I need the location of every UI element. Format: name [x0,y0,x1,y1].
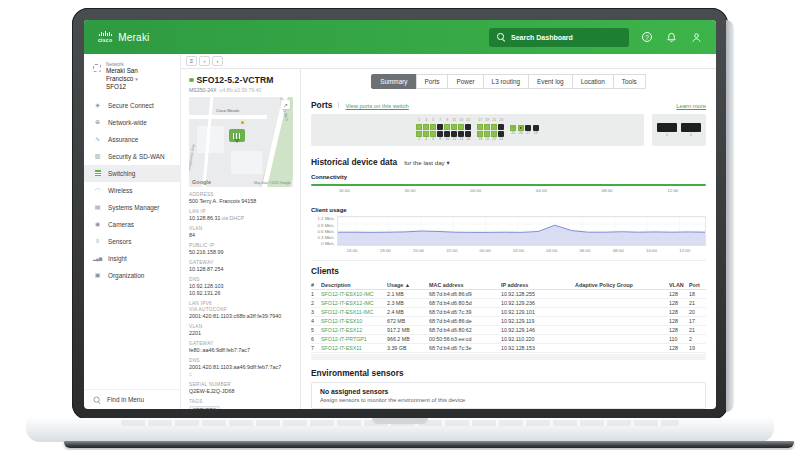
switch-port[interactable] [444,131,450,137]
clients-header-cell[interactable]: # [311,282,321,288]
switch-port[interactable] [477,124,483,130]
client-ip: 10.92.129.119 [501,318,575,324]
learn-more-link[interactable]: Learn more [676,103,706,109]
switch-port[interactable] [437,124,443,130]
sidebar-item-organization[interactable]: Organization [84,267,180,284]
tab-l3-routing[interactable]: L3 routing [483,74,529,89]
tab-ports[interactable]: Ports [416,74,449,89]
switch-port[interactable] [477,131,483,137]
client-link[interactable]: SFO12-IT-ESX11-IMC [321,309,387,315]
tab-power[interactable]: Power [447,74,483,89]
sidebar-item-cameras[interactable]: Cameras [84,216,180,233]
account-icon[interactable] [691,32,702,43]
find-in-menu[interactable]: Find in Menu [84,389,180,409]
help-icon[interactable] [642,32,652,42]
switch-port[interactable] [458,124,464,130]
sidebar-item-assurance[interactable]: Assurance [84,131,180,148]
switch-port[interactable] [484,131,490,137]
sidebar-item-switching[interactable]: Switching [84,165,180,182]
device-field-value: 2001:420:81:1103:aa46:9dff:feb7:7ac7 :: [189,364,281,377]
switch-port[interactable] [491,131,497,137]
sidebar-item-secure-connect[interactable]: Secure Connect [84,97,180,114]
sensor-icon [93,238,102,244]
switch-port[interactable] [484,124,490,130]
clients-header-cell[interactable]: Description [321,282,387,288]
psu-unit: 1 [657,123,677,137]
clients-header-cell[interactable]: VLAN [669,282,689,288]
switch-port[interactable] [465,131,471,137]
x-tick: 12:00 [679,248,690,253]
switch-port[interactable] [451,124,457,130]
client-usage: 966.2 MB [387,336,429,342]
sfp-port[interactable] [525,125,531,131]
client-link[interactable]: SFO12-IT-ESX11 [321,345,387,351]
sidebar-item-network-wide[interactable]: Network-wide [84,114,180,131]
client-link[interactable]: SFO12-IT-ESX12 [321,327,387,333]
switch-port[interactable] [451,131,457,137]
clients-header-cell[interactable]: Adaptive Policy Group [575,282,669,288]
prev-device-button[interactable]: ‹ [199,56,210,66]
sfp-port[interactable]: ↑ [510,125,516,131]
switch-port[interactable] [430,124,436,130]
network-selector[interactable]: Network Meraki San Francisco▾ SFO12 [84,59,180,97]
switch-port[interactable] [416,131,422,137]
cisco-logo[interactable]: cisco [98,31,112,43]
google-logo[interactable]: Google [192,179,211,185]
clients-header-cell[interactable]: Port [689,282,707,288]
sidebar-item-security-sd-wan[interactable]: Security & SD-WAN [84,148,180,165]
map-attribution: Map data ©2025 Google [254,181,291,185]
switch-port[interactable] [423,124,429,130]
switch-port[interactable] [458,131,464,137]
next-device-button[interactable]: › [212,56,223,66]
client-mac: 68:7d:b4:d6:7c:39 [429,309,501,315]
clients-header-cell[interactable]: Usage ▲ [387,282,429,288]
view-ports-link[interactable]: View ports on this switch [345,103,408,109]
switch-port[interactable] [444,124,450,130]
device-tabs: Summary Ports Power L3 routing Event log… [311,74,706,89]
clients-header-cell[interactable]: MAC address [429,282,501,288]
client-usage: 2.1 MB [387,291,429,297]
search-input[interactable]: Search Dashboard [489,28,629,47]
client-link[interactable]: SFO12-IT-ESX12-IMC [321,300,387,306]
sidebar-item-wireless[interactable]: Wireless [84,182,180,199]
device-list-button[interactable]: ≡ [186,56,197,66]
tab-summary[interactable]: Summary [371,74,416,89]
client-link[interactable]: SFO12-IT-ESX10-IMC [321,291,387,297]
sfp-port[interactable]: ● [518,125,524,131]
tab-location[interactable]: Location [572,74,614,89]
device-map[interactable]: Cisco Meraki Terry A Francois Blvd Bridg… [189,97,293,187]
client-mac: 00:50:56:b3:ee:cd [429,336,501,342]
client-num: 1 [311,291,321,297]
sidebar-item-systems-manager[interactable]: Systems Manager [84,199,180,216]
client-link[interactable]: SFO12-IT-PRTGP1 [321,336,387,342]
switch-port[interactable] [430,131,436,137]
device-location-marker[interactable] [229,129,245,142]
switch-port[interactable] [491,124,497,130]
client-link[interactable]: SFO12-IT-ESX10 [321,318,387,324]
tab-tools[interactable]: Tools [613,74,646,89]
tab-event-log[interactable]: Event log [528,74,573,89]
sfp-port[interactable] [533,125,539,131]
sidebar-item-sensors[interactable]: Sensors [84,233,180,250]
switch-port[interactable] [423,131,429,137]
time-range-dropdown[interactable]: for the last day ▾ [404,159,449,166]
meraki-wordmark[interactable]: Meraki [118,32,149,43]
switch-port[interactable] [498,131,504,137]
map-block [231,151,262,174]
sidebar-item-label: Sensors [108,238,131,245]
sensors-empty-desc: Assign sensors to monitor the environmen… [320,397,697,403]
sidebar-item-insight[interactable]: Insight [84,250,180,267]
map-expand-button[interactable]: ↗ [281,100,290,109]
y-tick: 1.2 Mb/s [311,216,334,221]
switch-port[interactable] [465,124,471,130]
y-tick: 0 Mb/s [311,241,334,246]
notifications-icon[interactable] [666,32,677,43]
switch-port[interactable] [437,131,443,137]
switch-port[interactable] [416,124,422,130]
clients-header-cell[interactable]: IP address [501,282,575,288]
port-column: 13 14 [458,119,464,142]
switch-port[interactable] [498,124,504,130]
search-icon [94,396,101,403]
x-tick: 00:00 [480,248,491,253]
client-row: 7 SFO12-IT-ESX11 3.39 GB 68:7d:b4:d6:7c:… [311,344,706,353]
